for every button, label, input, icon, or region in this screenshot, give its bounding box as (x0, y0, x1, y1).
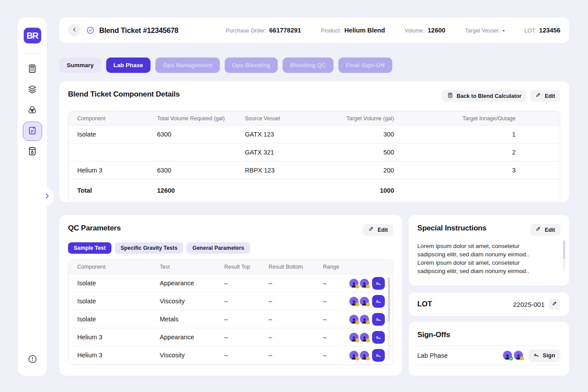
scrollbar-thumb[interactable] (388, 277, 390, 321)
table-total-row: Total 12600 1000 (68, 180, 560, 201)
sidebar-item-layers[interactable] (27, 85, 38, 95)
signature-icon (376, 280, 382, 286)
edit-pencil-icon (368, 226, 374, 234)
lot-card: LOT 22025-001 (409, 292, 569, 316)
sign-off-phase-label: Lab Phase (417, 352, 448, 359)
sidebar-expand-button[interactable] (36, 187, 54, 206)
signature-icon (376, 352, 382, 358)
table-row: Isolate 6300 GATX 123 300 1 (68, 126, 560, 144)
qc-table: Component Test Result Top Result Bottom … (68, 259, 393, 365)
special-instructions-card: Special Instructions Edit Lorem ipsum do… (409, 215, 569, 286)
blend-circles-icon (27, 105, 37, 117)
qc-parameters-title: QC Parameters (68, 224, 121, 233)
meta-volume: Volume: 12600 (405, 27, 445, 34)
qc-table-scrollbar[interactable] (388, 277, 390, 361)
qc-parameters-card: QC Parameters Edit Sample Test Specific … (59, 215, 402, 376)
table-row: GATX 321 500 2 (68, 144, 560, 162)
sign-offs-title: Sign-Offs (417, 331, 560, 339)
pending-badge (366, 320, 370, 324)
special-instructions-scrollbar[interactable] (563, 241, 565, 271)
scrollbar-thumb[interactable] (563, 241, 565, 259)
component-details-card: Blend Ticket Component Details Back to B… (59, 81, 569, 202)
sign-off-row: Lab Phase Sign (417, 345, 560, 365)
sign-button[interactable] (372, 313, 385, 326)
lot-title: LOT (417, 300, 432, 309)
sign-button[interactable] (372, 295, 385, 308)
tab-final-sign-off: Final Sign-Off (338, 58, 392, 73)
meta-product: Product: Helium Blend (321, 27, 385, 34)
special-instructions-text: Lorem ipsum dolor sit amet, consetetur s… (417, 242, 556, 275)
tab-blending-qc: Blending QC (283, 58, 333, 73)
sidebar-nav (23, 64, 42, 157)
meta-purchase-order: Purchase Order: 661778291 (226, 27, 301, 34)
avatar (360, 279, 369, 288)
avatar (360, 351, 369, 360)
chevron-right-icon (39, 192, 51, 201)
tab-ops-management: Ops Management (155, 58, 220, 73)
alert-circle-icon (28, 358, 37, 365)
pending-badge (366, 356, 370, 360)
page-title: Blend Ticket #12345678 (99, 26, 179, 35)
pending-badge (520, 356, 524, 360)
back-to-blend-calculator-button[interactable]: Back to Blend Calculator (442, 90, 527, 102)
qc-tab-sample-test[interactable]: Sample Test (68, 242, 111, 254)
table-row: Isolate Metals – – – (68, 310, 393, 328)
table-header-row: Component Total Volume Required (gal) So… (68, 111, 560, 126)
calculator-icon (27, 64, 37, 76)
sidebar-item-tank[interactable] (27, 147, 38, 157)
edit-pencil-icon (535, 226, 541, 234)
sidebar-item-blends[interactable] (27, 105, 38, 116)
sign-button[interactable] (372, 277, 385, 290)
avatar (514, 351, 523, 360)
ticket-header: Blend Ticket #12345678 Purchase Order: 6… (59, 18, 569, 43)
pending-badge (355, 356, 359, 360)
avatar (503, 351, 512, 360)
sidebar-item-calculator[interactable] (27, 64, 38, 75)
signature-icon (376, 334, 382, 340)
lot-edit-button[interactable] (549, 298, 560, 310)
pending-badge (355, 320, 359, 324)
special-instructions-edit-button[interactable]: Edit (530, 224, 560, 236)
table-row: Helium 3 6300 RBPX 123 200 3 (68, 162, 560, 180)
check-icon (509, 357, 512, 360)
calculator-icon (447, 92, 453, 100)
qc-edit-button[interactable]: Edit (363, 224, 393, 236)
table-row: Helium 3 Appearance – – – (68, 328, 393, 346)
signature-icon (376, 298, 382, 304)
qc-tab-specific-gravity[interactable]: Specific Gravity Tests (115, 242, 183, 254)
qc-test-tabs: Sample Test Specific Gravity Tests Gener… (68, 242, 393, 254)
tab-lab-phase[interactable]: Lab Phase (106, 58, 151, 73)
table-row: Isolate Viscosity – – – (68, 292, 393, 310)
lot-value: 22025-001 (513, 301, 545, 308)
avatar (360, 297, 369, 306)
meta-lot: LOT: 123456 (524, 27, 560, 34)
pending-badge (355, 338, 359, 342)
pending-badge (366, 302, 370, 306)
edit-pencil-icon (535, 92, 541, 100)
component-details-edit-button[interactable]: Edit (530, 90, 560, 102)
sidebar-item-alerts[interactable] (28, 354, 37, 366)
special-instructions-title: Special Instructions (417, 224, 487, 233)
sidebar: BR (18, 18, 47, 376)
edit-pencil-icon (552, 301, 558, 308)
sign-button[interactable] (372, 331, 385, 344)
avatar (349, 297, 359, 306)
pending-badge (366, 284, 370, 288)
avatar (349, 315, 359, 324)
lab-phase-sign-button[interactable]: Sign (528, 349, 560, 362)
avatar (349, 279, 359, 288)
tab-summary[interactable]: Summary (59, 58, 101, 73)
avatar (349, 351, 359, 360)
sidebar-item-blend-ticket[interactable] (23, 122, 42, 141)
qc-tab-general-parameters[interactable]: General Parameters (186, 242, 250, 254)
sign-offs-card: Sign-Offs Lab Phase Sign (409, 322, 569, 376)
back-button[interactable] (68, 24, 80, 36)
pending-badge (355, 284, 359, 288)
table-row: Helium 3 Viscosity – – – (68, 346, 393, 364)
avatar (360, 315, 369, 324)
tank-icon (27, 146, 37, 158)
pending-badge (366, 338, 370, 342)
avatar (360, 333, 369, 342)
sidebar-divider (24, 53, 41, 54)
sign-button[interactable] (372, 349, 385, 362)
